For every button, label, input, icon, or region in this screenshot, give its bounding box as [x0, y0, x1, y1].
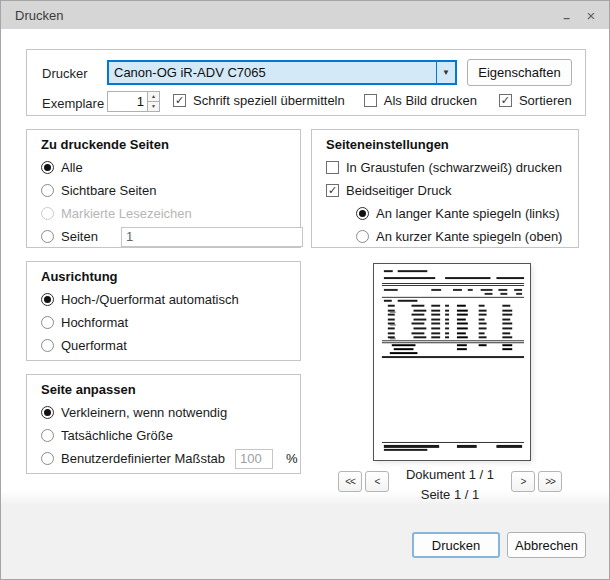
copies-input[interactable] — [107, 91, 147, 112]
radio-indicator — [41, 184, 54, 197]
radio-page-range[interactable]: Seiten — [27, 225, 300, 248]
checkbox-send-fonts[interactable]: ✓ Schrift speziell übermitteln — [173, 93, 345, 108]
first-document-button[interactable]: << — [338, 471, 362, 492]
group-title: Seite anpassen — [27, 375, 300, 401]
radio-landscape[interactable]: Querformat — [27, 334, 300, 357]
radio-label: Sichtbare Seiten — [61, 183, 156, 198]
chevron-up-icon: ▲ — [151, 94, 156, 99]
checkbox-indicator: ✓ — [173, 94, 186, 107]
radio-indicator — [41, 406, 54, 419]
radio-label: An langer Kante spiegeln (links) — [376, 206, 560, 221]
checkbox-print-as-image[interactable]: Als Bild drucken — [364, 93, 477, 108]
next-page-button[interactable]: > — [511, 471, 535, 492]
checkbox-label: Sortieren — [519, 93, 572, 108]
print-option-checkboxes: ✓ Schrift speziell übermitteln Als Bild … — [173, 93, 572, 108]
printer-select[interactable]: Canon-OG iR-ADV C7065 ▼ — [107, 60, 457, 85]
group-title: Zu druckende Seiten — [27, 130, 300, 156]
radio-flip-long-edge[interactable]: An langer Kante spiegeln (links) — [312, 202, 578, 225]
close-icon: × — [587, 7, 596, 24]
copies-label: Exemplare — [42, 96, 104, 111]
checkbox-duplex[interactable]: ✓ Beidseitiger Druck — [312, 179, 578, 202]
radio-indicator — [41, 339, 54, 352]
print-dialog: Drucken – × Drucker Canon-OG iR-ADV C706… — [0, 0, 610, 580]
last-icon: >> — [545, 476, 555, 487]
cancel-button-label: Abbrechen — [515, 538, 578, 553]
radio-indicator — [356, 207, 369, 220]
radio-label: Hoch-/Querformat automatisch — [61, 292, 239, 307]
document-preview-thumbnail — [373, 263, 531, 461]
radio-portrait[interactable]: Hochformat — [27, 311, 300, 334]
radio-indicator — [41, 293, 54, 306]
radio-all-pages[interactable]: Alle — [27, 156, 300, 179]
cancel-button[interactable]: Abbrechen — [507, 532, 586, 558]
radio-indicator — [41, 161, 54, 174]
previous-page-button[interactable]: < — [365, 471, 389, 492]
radio-label: Verkleinern, wenn notwendig — [61, 405, 227, 420]
radio-flip-short-edge[interactable]: An kurzer Kante spiegeln (oben) — [312, 225, 578, 248]
chevron-down-icon: ▼ — [442, 68, 450, 77]
printer-select-value: Canon-OG iR-ADV C7065 — [109, 65, 436, 80]
preview-navigation: << < Dokument 1 / 1 Seite 1 / 1 > >> — [338, 471, 562, 505]
print-button-label: Drucken — [432, 538, 480, 553]
radio-label: Querformat — [61, 338, 127, 353]
checkbox-collate[interactable]: ✓ Sortieren — [499, 93, 572, 108]
printer-label: Drucker — [42, 66, 88, 81]
radio-label: Benutzerdefinierter Maßstab — [61, 451, 225, 466]
close-button[interactable]: × — [583, 6, 599, 24]
checkbox-label: Beidseitiger Druck — [346, 183, 452, 198]
spin-up-button[interactable]: ▲ — [147, 91, 160, 102]
radio-shrink-if-needed[interactable]: Verkleinern, wenn notwendig — [27, 401, 300, 424]
dialog-content: Drucker Canon-OG iR-ADV C7065 ▼ Eigensch… — [1, 29, 609, 579]
window-controls: – × — [558, 1, 599, 29]
radio-indicator — [41, 452, 54, 465]
checkbox-indicator: ✓ — [499, 94, 512, 107]
checkbox-label: Als Bild drucken — [384, 93, 477, 108]
radio-label: Seiten — [61, 229, 98, 244]
chevron-down-icon: ▼ — [151, 104, 156, 109]
orientation-group: Ausrichtung Hoch-/Querformat automatisch… — [26, 261, 301, 361]
group-title: Ausrichtung — [27, 262, 300, 288]
radio-indicator — [356, 230, 369, 243]
next-icon: > — [521, 476, 526, 487]
preview-page-svg — [374, 264, 530, 460]
print-button[interactable]: Drucken — [412, 532, 500, 558]
radio-label: Alle — [61, 160, 83, 175]
checkbox-grayscale[interactable]: In Graustufen (schwarzweiß) drucken — [312, 156, 578, 179]
checkmark-icon: ✓ — [501, 95, 510, 106]
properties-button[interactable]: Eigenschaften — [467, 59, 572, 86]
pages-to-print-group: Zu druckende Seiten Alle Sichtbare Seite… — [26, 129, 301, 248]
checkbox-indicator — [364, 94, 377, 107]
spin-down-button[interactable]: ▼ — [147, 102, 160, 112]
titlebar: Drucken – × — [1, 1, 609, 29]
copies-stepper: ▲ ▼ — [107, 91, 160, 112]
radio-indicator — [41, 230, 54, 243]
radio-visible-pages[interactable]: Sichtbare Seiten — [27, 179, 300, 202]
radio-custom-scale[interactable]: Benutzerdefinierter Maßstab % — [27, 447, 300, 470]
radio-label: Hochformat — [61, 315, 128, 330]
checkbox-label: Schrift speziell übermitteln — [193, 93, 345, 108]
printer-select-arrow-zone[interactable]: ▼ — [436, 62, 455, 83]
radio-label: An kurzer Kante spiegeln (oben) — [376, 229, 562, 244]
first-icon: << — [345, 476, 355, 487]
minimize-icon: – — [563, 11, 569, 25]
page-counter: Seite 1 / 1 — [421, 487, 480, 502]
last-document-button[interactable]: >> — [538, 471, 562, 492]
preview-counters: Dokument 1 / 1 Seite 1 / 1 — [392, 465, 508, 505]
checkbox-indicator — [326, 161, 339, 174]
window-title: Drucken — [15, 8, 63, 23]
radio-actual-size[interactable]: Tatsächliche Größe — [27, 424, 300, 447]
checkmark-icon: ✓ — [328, 185, 337, 196]
minimize-button[interactable]: – — [558, 6, 574, 24]
page-settings-group: Seiteneinstellungen In Graustufen (schwa… — [311, 129, 579, 248]
page-range-input[interactable] — [121, 227, 303, 247]
previous-icon: < — [375, 476, 380, 487]
page-scaling-group: Seite anpassen Verkleinern, wenn notwend… — [26, 374, 301, 474]
document-counter: Dokument 1 / 1 — [406, 467, 494, 482]
checkbox-indicator: ✓ — [326, 184, 339, 197]
properties-button-label: Eigenschaften — [478, 65, 560, 80]
radio-label: Tatsächliche Größe — [61, 428, 173, 443]
custom-scale-input[interactable] — [235, 449, 273, 469]
checkmark-icon: ✓ — [175, 95, 184, 106]
group-title: Seiteneinstellungen — [312, 130, 578, 156]
radio-auto-orientation[interactable]: Hoch-/Querformat automatisch — [27, 288, 300, 311]
